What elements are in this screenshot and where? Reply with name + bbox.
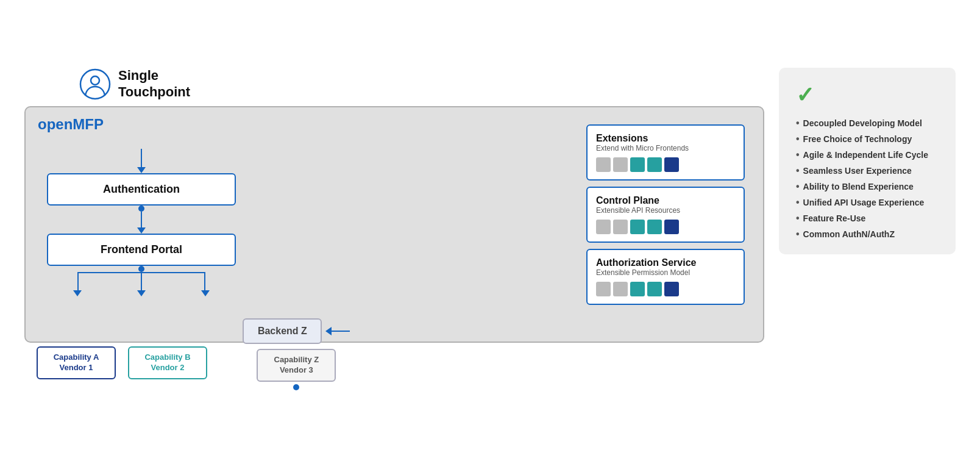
right-column: Extensions Extend with Micro Frontends C… <box>586 118 751 305</box>
touchpoint-header: Single Touchpoint <box>24 68 764 100</box>
auth-to-portal-connector <box>137 206 146 234</box>
cube-teal-4 <box>647 220 662 234</box>
three-way-connector <box>47 266 236 302</box>
user-circle-icon <box>79 68 111 100</box>
benefit-item-3: • Agile & Independent Life Cycle <box>796 149 939 160</box>
extensions-box: Extensions Extend with Micro Frontends <box>586 124 745 181</box>
cube-teal-6 <box>647 282 662 296</box>
benefit-item-8: • Common AuthN/AuthZ <box>796 229 939 240</box>
backend-z-arrow <box>325 327 350 335</box>
bullet-2: • <box>796 134 800 145</box>
frontend-portal-box: Frontend Portal <box>47 234 236 266</box>
benefits-panel: ✓ • Decoupled Developing Model • Free Ch… <box>779 68 956 254</box>
benefit-text-4: Seamless User Experience <box>803 166 912 176</box>
authorization-cubes <box>596 282 735 296</box>
benefit-text-6: Unified API Usage Experience <box>803 198 925 207</box>
benefit-text-8: Common AuthN/AuthZ <box>803 229 895 239</box>
cube-gray-2 <box>613 157 628 172</box>
backend-z-text: Backend Z <box>258 326 307 336</box>
svg-point-1 <box>91 76 99 85</box>
benefit-text-1: Decoupled Developing Model <box>803 118 922 128</box>
bullet-1: • <box>796 118 800 129</box>
control-plane-title: Control Plane <box>596 195 735 206</box>
benefit-text-7: Feature Re-Use <box>803 213 866 223</box>
cube-teal-5 <box>630 282 645 296</box>
extensions-subtitle: Extend with Micro Frontends <box>596 144 735 152</box>
page-container: Single Touchpoint openMFP Authentication <box>0 55 980 403</box>
auth-label: Authentication <box>103 183 180 195</box>
benefit-text-5: Ability to Blend Experience <box>803 182 914 191</box>
bullet-4: • <box>796 165 800 176</box>
portal-label: Frontend Portal <box>101 243 182 256</box>
benefit-item-4: • Seamless User Experience <box>796 165 939 176</box>
benefit-text-2: Free Choice of Technology <box>803 134 912 144</box>
benefit-item-5: • Ability to Blend Experience <box>796 181 939 192</box>
bullet-7: • <box>796 213 800 224</box>
benefit-text-3: Agile & Independent Life Cycle <box>803 150 928 160</box>
bullet-3: • <box>796 149 800 160</box>
cube-gray-4 <box>613 220 628 234</box>
cube-gray-1 <box>596 157 611 172</box>
control-plane-box: Control Plane Extensible API Resources <box>586 187 745 243</box>
capability-b-box: Capability BVendor 2 <box>128 346 207 379</box>
benefit-item-7: • Feature Re-Use <box>796 213 939 224</box>
benefit-item-6: • Unified API Usage Experience <box>796 197 939 208</box>
control-plane-cubes <box>596 220 735 234</box>
control-plane-subtitle: Extensible API Resources <box>596 206 735 215</box>
cube-gray-5 <box>596 282 611 296</box>
left-column: Authentication Frontend Portal <box>38 118 245 305</box>
backend-z-block: Backend Z Capability ZVendor 3 <box>243 318 350 390</box>
cube-teal-1 <box>630 157 645 172</box>
cube-blue-2 <box>664 220 679 234</box>
cube-blue-1 <box>664 157 679 172</box>
extensions-title: Extensions <box>596 133 735 144</box>
diagram-section: Single Touchpoint openMFP Authentication <box>24 68 764 390</box>
cube-gray-6 <box>613 282 628 296</box>
authentication-box: Authentication <box>47 173 236 206</box>
backend-z-label: Backend Z <box>243 318 322 344</box>
cube-blue-3 <box>664 282 679 296</box>
authorization-title: Authorization Service <box>596 257 735 268</box>
authorization-box: Authorization Service Extensible Permiss… <box>586 249 745 305</box>
middle-spacer <box>257 118 574 305</box>
checkmark-icon: ✓ <box>796 82 939 108</box>
benefit-item-2: • Free Choice of Technology <box>796 134 939 145</box>
bullet-6: • <box>796 197 800 208</box>
benefit-list: • Decoupled Developing Model • Free Choi… <box>796 118 939 240</box>
benefit-item-1: • Decoupled Developing Model <box>796 118 939 129</box>
cube-teal-3 <box>630 220 645 234</box>
top-arrow <box>137 149 146 173</box>
authorization-subtitle: Extensible Permission Model <box>596 268 735 277</box>
touchpoint-title: Single Touchpoint <box>118 68 190 100</box>
openmfp-label: openMFP <box>38 116 104 133</box>
cube-gray-3 <box>596 220 611 234</box>
cube-teal-2 <box>647 157 662 172</box>
capability-a-box: Capability AVendor 1 <box>37 346 116 379</box>
cap-z-connector <box>293 384 299 390</box>
capability-z-box: Capability ZVendor 3 <box>257 349 336 382</box>
main-diagram-box: openMFP Authentication <box>24 106 764 343</box>
bullet-8: • <box>796 229 800 240</box>
extensions-cubes <box>596 157 735 172</box>
bullet-5: • <box>796 181 800 192</box>
